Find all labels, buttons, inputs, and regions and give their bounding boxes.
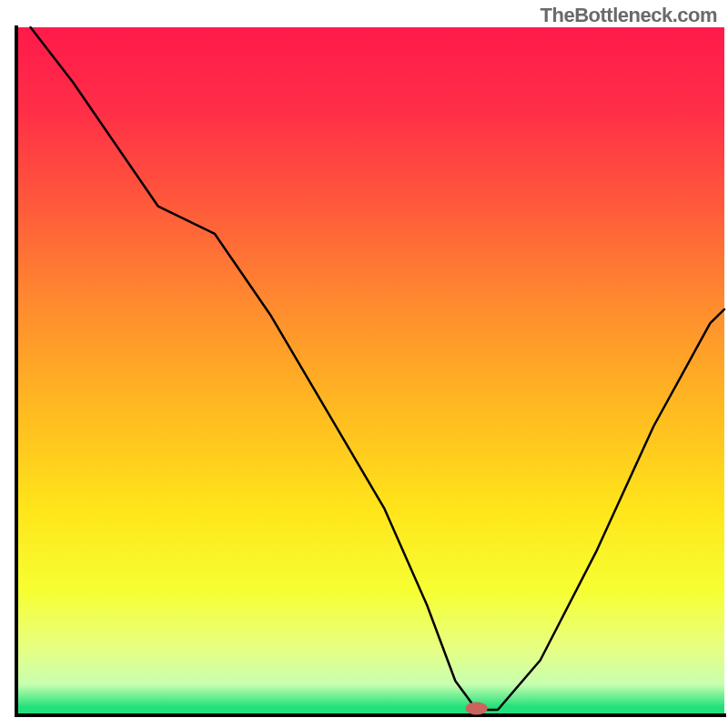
bottleneck-chart xyxy=(0,0,728,728)
watermark-text: TheBottleneck.com xyxy=(541,4,717,27)
chart-container: TheBottleneck.com xyxy=(0,0,728,728)
valley-marker xyxy=(466,702,488,714)
plot-background xyxy=(16,27,724,715)
